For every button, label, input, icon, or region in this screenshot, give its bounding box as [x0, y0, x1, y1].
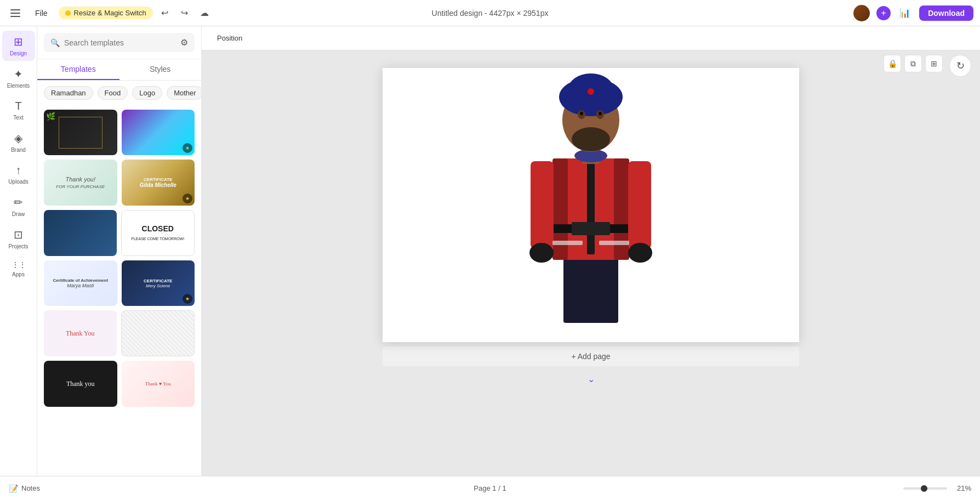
template-row: Certificate of Achievement Marya Masti C… — [44, 260, 195, 306]
sidebar-label-apps: Apps — [12, 271, 25, 277]
brand-icon: ◈ — [14, 132, 22, 145]
svg-point-14 — [572, 127, 610, 151]
magic-switch-button[interactable]: Resize & Magic Switch — [59, 7, 153, 19]
chip-ramadhan[interactable]: Ramadhan — [44, 86, 93, 100]
sidebar-item-text[interactable]: T Text — [2, 95, 35, 125]
topbar-right: + 📊 Download — [654, 5, 973, 21]
design-icon: ⊞ — [14, 35, 23, 48]
draw-icon: ✏ — [14, 196, 23, 209]
template-thumb-thankyou-green[interactable]: Thank you!FOR YOUR PURCHASE — [44, 160, 117, 205]
canvas-area: Position 🔒 ⧉ ⊞ ↻ — [202, 26, 980, 476]
sidebar-label-draw: Draw — [12, 211, 25, 217]
panel-tabs: Templates Styles — [37, 59, 201, 81]
sidebar-item-projects[interactable]: ⊡ Projects — [2, 224, 35, 254]
svg-rect-23 — [599, 241, 629, 245]
search-input[interactable] — [64, 38, 176, 47]
template-thumb-dark-blue[interactable] — [44, 210, 117, 256]
tab-styles[interactable]: Styles — [119, 59, 202, 80]
canvas-toolbar: Position — [202, 26, 980, 50]
sidebar-label-brand: Brand — [11, 147, 26, 153]
projects-icon: ⊡ — [14, 228, 23, 241]
svg-rect-7 — [531, 161, 554, 249]
template-thumb-thankyou-floral[interactable]: Thank You — [44, 310, 117, 356]
elements-icon: ✦ — [14, 67, 23, 81]
zoom-track[interactable] — [903, 487, 947, 490]
svg-point-21 — [588, 88, 594, 95]
sidebar-item-apps[interactable]: ⋮⋮ Apps — [2, 256, 35, 282]
search-icon: 🔍 — [50, 38, 60, 47]
download-button[interactable]: Download — [919, 5, 973, 21]
sidebar-item-elements[interactable]: ✦ Elements — [2, 63, 35, 93]
template-row: Thank you Thank ♥ You — [44, 361, 195, 406]
magic-dot — [65, 10, 71, 16]
stats-button[interactable]: 📊 — [897, 5, 913, 21]
cloud-save-button[interactable]: ☁ — [197, 5, 212, 21]
sidebar-item-brand[interactable]: ◈ Brand — [2, 127, 35, 157]
apps-icon: ⋮⋮ — [12, 260, 26, 269]
filter-button[interactable]: ⚙ — [180, 37, 188, 48]
template-thumb-dark-gold[interactable]: 🌿 — [44, 110, 117, 155]
canvas-content[interactable] — [383, 68, 799, 342]
templates-grid: 🌿 ★ Thank you!FOR YOUR PURCHASE CERTIFIC… — [37, 105, 201, 476]
topbar: File Resize & Magic Switch ↩ ↪ ☁ Untitle… — [0, 0, 980, 26]
zoom-slider — [903, 487, 947, 490]
expand-button[interactable]: ⊞ — [925, 55, 943, 72]
templates-panel: 🔍 ⚙ Templates Styles Ramadhan Food Logo … — [37, 26, 202, 476]
pro-badge: ★ — [183, 194, 192, 203]
filter-chips: Ramadhan Food Logo Mother › — [37, 81, 201, 105]
bottom-bar: 📝 Notes Page 1 / 1 21% — [0, 476, 980, 500]
template-thumb-certificate-gold[interactable]: CERTIFICATEGilda Michelle ★ — [122, 160, 195, 205]
text-icon: T — [15, 100, 21, 112]
chip-logo[interactable]: Logo — [132, 86, 162, 100]
template-thumb-gradient[interactable]: ★ — [122, 110, 195, 155]
refresh-button[interactable]: ↻ — [949, 55, 971, 77]
template-row: CLOSEDPLEASE COME TOMORROW! — [44, 210, 195, 256]
undo-button[interactable]: ↩ — [157, 5, 173, 21]
chip-mother[interactable]: Mother — [167, 86, 201, 100]
position-button[interactable]: Position — [210, 32, 249, 44]
svg-rect-6 — [572, 222, 610, 235]
add-page-button[interactable]: + Add page — [383, 346, 799, 366]
topbar-center: Untitled design - 4427px × 2951px — [331, 9, 650, 18]
template-thumb-cert-dark[interactable]: CERTIFICATEMery Sciene ★ — [122, 260, 195, 306]
svg-point-20 — [599, 112, 602, 116]
chip-food[interactable]: Food — [98, 86, 128, 100]
page-indicator: Page 1 / 1 — [474, 484, 506, 492]
template-thumb-thankyou-pink[interactable]: Thank ♥ You — [122, 361, 195, 406]
sidebar-label-text: Text — [13, 115, 23, 121]
show-pages-button[interactable]: ⌄ — [383, 371, 799, 388]
notes-button[interactable]: 📝 Notes — [9, 484, 40, 493]
template-row: Thank You — [44, 310, 195, 356]
sidebar-item-uploads[interactable]: ↑ Uploads — [2, 160, 35, 189]
template-thumb-thankyou-script[interactable]: Thank you — [44, 361, 117, 406]
person-image — [525, 71, 657, 339]
canvas-frame — [383, 68, 799, 342]
svg-rect-4 — [587, 161, 595, 254]
sidebar-item-draw[interactable]: ✏ Draw — [2, 191, 35, 221]
panel-search-area: 🔍 ⚙ — [37, 26, 201, 59]
template-thumb-diamond[interactable] — [121, 310, 195, 356]
bottom-center: Page 1 / 1 — [329, 484, 650, 492]
sidebar-item-design[interactable]: ⊞ Design — [2, 31, 35, 61]
icon-nav: ⊞ Design ✦ Elements T Text ◈ Brand ↑ Upl… — [0, 26, 37, 476]
redo-button[interactable]: ↪ — [177, 5, 192, 21]
canvas-scroll[interactable]: + Add page ⌄ — [202, 50, 980, 476]
file-button[interactable]: File — [29, 7, 54, 20]
template-thumb-certificate-achieve[interactable]: Certificate of Achievement Marya Masti — [44, 260, 117, 306]
tab-templates[interactable]: Templates — [37, 59, 119, 80]
duplicate-button[interactable]: ⧉ — [904, 55, 922, 72]
hamburger-button[interactable] — [7, 4, 24, 22]
zoom-thumb[interactable] — [921, 485, 927, 492]
svg-rect-8 — [628, 161, 651, 249]
svg-point-9 — [529, 243, 554, 263]
lock-button[interactable]: 🔒 — [884, 55, 901, 72]
avatar[interactable] — [853, 5, 870, 21]
design-title: Untitled design - 4427px × 2951px — [432, 9, 549, 18]
bottom-right: 21% — [651, 484, 971, 492]
add-collaborator-button[interactable]: + — [876, 6, 891, 20]
bottom-left: 📝 Notes — [9, 484, 329, 493]
notes-icon: 📝 — [9, 484, 18, 493]
sidebar-label-uploads: Uploads — [8, 179, 29, 185]
sidebar-label-elements: Elements — [7, 83, 30, 89]
template-thumb-closed-sign[interactable]: CLOSEDPLEASE COME TOMORROW! — [121, 210, 195, 256]
